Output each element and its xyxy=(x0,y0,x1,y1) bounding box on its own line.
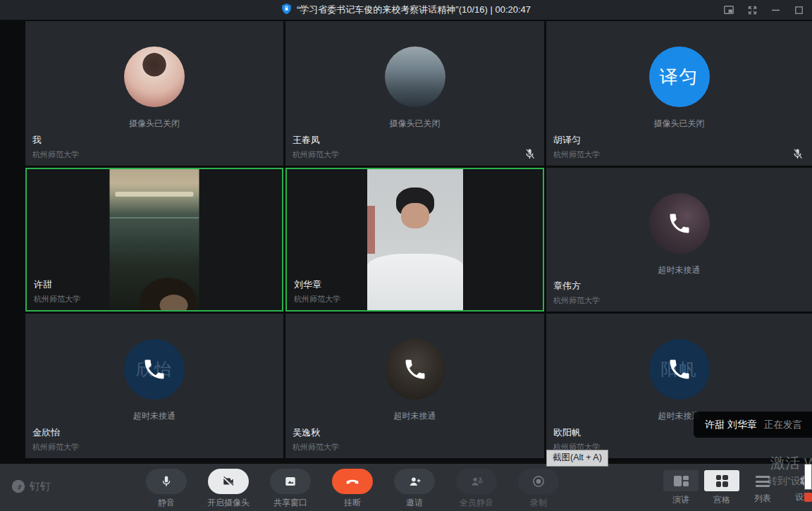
invite-button[interactable]: 邀请 xyxy=(383,464,445,511)
nameplate: 欧阳帆 杭州师范大学 xyxy=(553,426,600,452)
speaking-names: 许甜 刘华章 xyxy=(705,419,757,431)
hangup-button[interactable]: 挂断 xyxy=(321,464,383,511)
participant-name: 胡译匀 xyxy=(553,134,600,147)
fullscreen-icon[interactable] xyxy=(747,5,757,15)
avatar xyxy=(649,193,710,254)
camera-off-icon xyxy=(208,469,249,494)
invite-icon xyxy=(394,469,435,494)
dingtalk-logo-text: 钉钉 xyxy=(30,480,51,493)
avatar xyxy=(124,47,185,107)
mute-all-icon xyxy=(456,469,497,494)
avatar-initials: 译匀 xyxy=(649,47,710,107)
participant-tile[interactable]: 欣怡 超时未接通 金欣怡 杭州师范大学 xyxy=(25,314,283,458)
microphone-muted-icon xyxy=(792,148,804,160)
nameplate: 许甜 杭州师范大学 xyxy=(34,278,80,304)
participant-name: 许甜 xyxy=(34,278,80,291)
avatar-initials: 阳帆 xyxy=(649,339,710,400)
avatar-initials: 欣怡 xyxy=(124,339,185,400)
participant-tile[interactable]: 超时未接通 章伟方 杭州师范大学 xyxy=(546,168,812,312)
mute-button[interactable]: 静音 xyxy=(135,464,197,511)
participant-org: 杭州师范大学 xyxy=(553,295,600,306)
nameplate: 章伟方 杭州师范大学 xyxy=(553,280,600,306)
grid-view-button[interactable]: 宫格 xyxy=(701,464,742,511)
avatar xyxy=(385,339,445,400)
record-button[interactable]: 录制 xyxy=(508,464,570,511)
participant-name: 金欣怡 xyxy=(32,426,79,439)
speaking-banner: 许甜 刘华章 正在发言 xyxy=(694,412,812,438)
camera-off-status: 摄像头已关闭 xyxy=(390,118,441,130)
avatar xyxy=(385,47,445,107)
speaking-label: 正在发言 xyxy=(764,419,802,431)
participant-tile[interactable]: 超时未接通 吴逸秋 杭州师范大学 xyxy=(285,314,544,458)
camera-on-button[interactable]: 开启摄像头 xyxy=(197,464,259,511)
participant-name: 刘华章 xyxy=(294,278,340,291)
participant-org: 杭州师范大学 xyxy=(32,149,79,160)
call-timeout-status: 超时未接通 xyxy=(133,410,176,422)
screenshot-tooltip: 截图(Alt + A) xyxy=(546,450,608,467)
phone-icon xyxy=(402,357,428,382)
participant-org: 杭州师范大学 xyxy=(32,442,79,452)
meeting-window: “学习省委书记车俊的来校考察讲话精神”(10/16) | 00:20:47 xyxy=(0,0,812,511)
phone-icon xyxy=(667,357,692,382)
participant-org: 杭州师范大学 xyxy=(34,294,80,304)
nameplate: 我 杭州师范大学 xyxy=(32,134,79,160)
maximize-icon[interactable] xyxy=(794,5,804,15)
share-window-button[interactable]: 共享窗口 xyxy=(259,464,321,511)
participant-org: 杭州师范大学 xyxy=(553,149,600,160)
video-feed xyxy=(367,169,463,311)
call-timeout-status: 超时未接通 xyxy=(394,410,436,422)
grid-view-icon xyxy=(704,470,739,491)
camera-off-status: 摄像头已关闭 xyxy=(654,118,705,130)
dingtalk-logo: 钉钉 xyxy=(11,479,51,493)
participant-org: 杭州师范大学 xyxy=(293,442,339,452)
phone-icon xyxy=(667,211,692,236)
popout-icon[interactable] xyxy=(724,5,734,15)
toolbar: 钉钉 静音 xyxy=(0,464,812,511)
dingtalk-wing-icon xyxy=(11,479,25,493)
mute-all-button[interactable]: 全员静音 xyxy=(445,464,508,511)
phone-icon xyxy=(142,357,167,382)
list-view-button[interactable]: 列表 xyxy=(742,464,783,511)
participant-org: 杭州师范大学 xyxy=(294,294,340,304)
nameplate: 刘华章 杭州师范大学 xyxy=(294,278,340,304)
speaker-view-button[interactable]: 演讲 xyxy=(660,464,701,511)
participant-tile-speaking[interactable]: 刘华章 杭州师范大学 xyxy=(285,168,544,312)
camera-off-status: 摄像头已关闭 xyxy=(129,118,180,130)
participant-org: 杭州师范大学 xyxy=(293,149,339,160)
microphone-icon xyxy=(146,469,187,494)
nameplate: 金欣怡 杭州师范大学 xyxy=(32,426,79,452)
participant-name: 我 xyxy=(32,134,79,147)
hangup-icon xyxy=(332,469,373,494)
toolbar-buttons: 静音 开启摄像头 xyxy=(135,464,570,511)
participant-name: 章伟方 xyxy=(553,280,600,293)
participant-name: 吴逸秋 xyxy=(293,426,339,439)
nameplate: 王春凤 杭州师范大学 xyxy=(293,134,339,160)
participant-tile[interactable]: 译匀 摄像头已关闭 胡译匀 杭州师范大学 xyxy=(546,21,812,166)
minimize-icon[interactable] xyxy=(770,5,780,15)
participant-tile-speaking[interactable]: 许甜 杭州师范大学 xyxy=(25,168,283,312)
participant-grid: 摄像头已关闭 我 杭州师范大学 摄像头已关闭 王春凤 杭州师范大学 xyxy=(0,20,812,464)
participant-name: 王春凤 xyxy=(293,134,339,147)
participant-name: 欧阳帆 xyxy=(553,426,600,439)
share-window-icon xyxy=(270,469,311,494)
cursor xyxy=(804,464,812,490)
record-icon xyxy=(518,469,559,494)
nameplate: 吴逸秋 杭州师范大学 xyxy=(293,426,339,452)
nameplate: 胡译匀 杭州师范大学 xyxy=(553,134,600,160)
microphone-muted-icon xyxy=(524,148,536,160)
meeting-title: “学习省委书记车俊的来校考察讲话精神”(10/16) | 00:20:47 xyxy=(297,4,531,16)
settings-badge xyxy=(804,493,812,502)
video-feed xyxy=(110,169,199,311)
list-view-icon xyxy=(756,470,770,487)
call-timeout-status: 超时未接通 xyxy=(658,264,701,276)
avatar-text: 译匀 xyxy=(649,47,710,107)
shield-lock-icon xyxy=(281,3,292,18)
titlebar: “学习省委书记车俊的来校考察讲话精神”(10/16) | 00:20:47 xyxy=(0,0,812,20)
view-switcher: 演讲 宫格 列表 设置 xyxy=(660,464,812,511)
speaker-view-icon xyxy=(663,470,699,491)
participant-tile[interactable]: 摄像头已关闭 王春凤 杭州师范大学 xyxy=(285,21,544,166)
participant-tile-me[interactable]: 摄像头已关闭 我 杭州师范大学 xyxy=(25,21,283,166)
